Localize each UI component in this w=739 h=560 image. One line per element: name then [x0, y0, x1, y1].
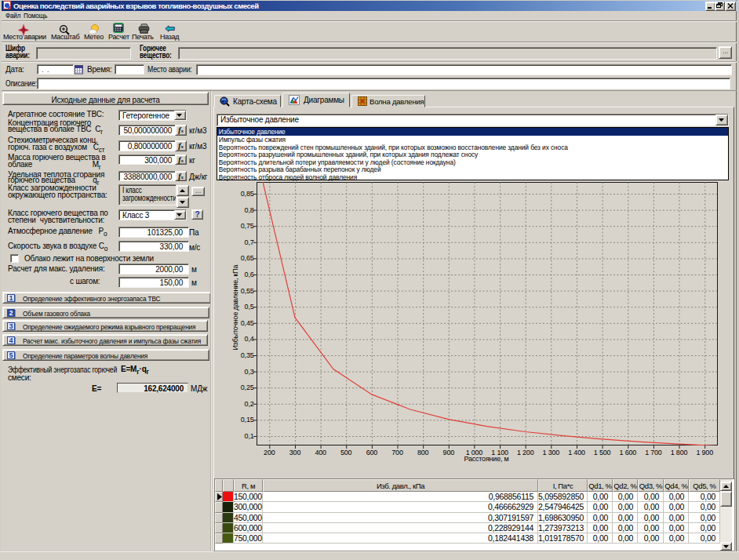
svg-text:0,15: 0,15 [241, 416, 254, 424]
svg-text:0,5: 0,5 [245, 303, 254, 311]
svg-text:Расстояние, м: Расстояние, м [464, 455, 508, 463]
svg-text:200: 200 [264, 449, 275, 456]
svg-text:600: 600 [366, 449, 378, 456]
svg-text:0,7: 0,7 [245, 238, 254, 246]
svg-text:0,1: 0,1 [245, 432, 254, 440]
svg-text:1 700: 1 700 [645, 449, 662, 456]
svg-text:0,35: 0,35 [241, 351, 254, 359]
svg-text:0,4: 0,4 [245, 335, 254, 343]
svg-text:1 800: 1 800 [671, 449, 688, 456]
svg-text:800: 800 [417, 449, 429, 456]
svg-text:1 900: 1 900 [696, 449, 713, 456]
svg-text:1 600: 1 600 [620, 449, 637, 456]
svg-text:300: 300 [289, 449, 301, 456]
svg-text:0,85: 0,85 [241, 190, 254, 198]
svg-text:Избыточное давление, кПа: Избыточное давление, кПа [231, 264, 239, 350]
svg-text:0,6: 0,6 [245, 271, 254, 278]
svg-text:0,25: 0,25 [241, 384, 254, 391]
svg-text:900: 900 [443, 449, 455, 456]
svg-text:1 500: 1 500 [594, 449, 611, 456]
svg-text:0,45: 0,45 [241, 319, 254, 327]
svg-text:0,75: 0,75 [241, 222, 254, 230]
svg-text:0,2: 0,2 [245, 400, 254, 408]
svg-text:500: 500 [340, 449, 352, 456]
svg-text:1 400: 1 400 [568, 449, 585, 456]
svg-text:0,8: 0,8 [245, 206, 254, 214]
svg-text:0,65: 0,65 [241, 254, 254, 262]
svg-text:400: 400 [315, 449, 326, 456]
svg-text:1 200: 1 200 [517, 449, 534, 456]
svg-text:700: 700 [391, 449, 403, 456]
svg-text:1 300: 1 300 [543, 449, 560, 456]
svg-text:0,3: 0,3 [245, 368, 254, 376]
svg-text:0,55: 0,55 [241, 287, 254, 295]
